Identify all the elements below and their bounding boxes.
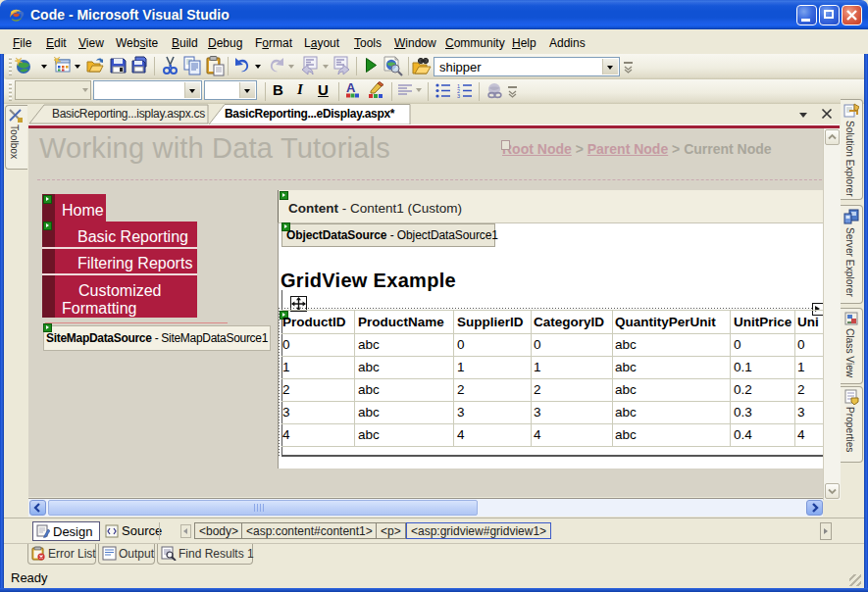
svg-text:3: 3 [457,93,460,98]
svg-text:A: A [346,81,356,95]
